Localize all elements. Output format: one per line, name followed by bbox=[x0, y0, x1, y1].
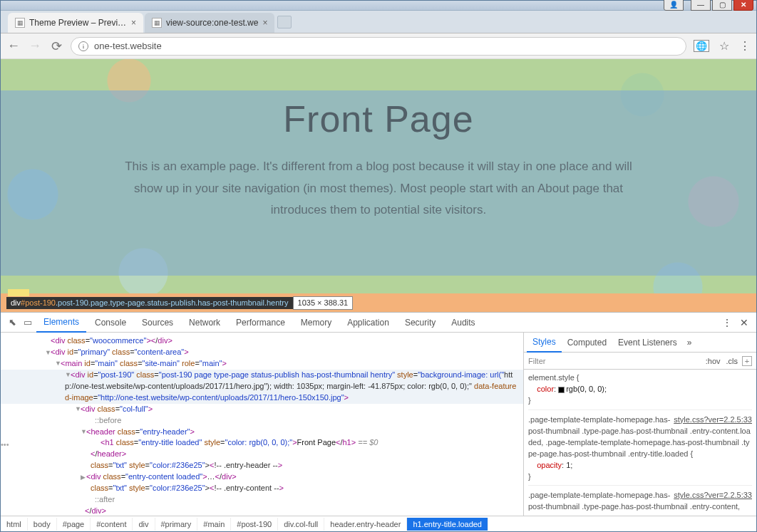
browser-window: 👤 — ▢ ✕ ▦ Theme Preview – Preview × ▦ vi… bbox=[0, 0, 757, 532]
devtools-tab-network[interactable]: Network bbox=[182, 313, 227, 332]
styles-filter-input[interactable]: Filter bbox=[528, 357, 700, 365]
breadcrumb-item[interactable]: #post-190 bbox=[231, 518, 278, 531]
inspect-dimensions: 1035 × 388.31 bbox=[293, 296, 354, 310]
tab-label: view-source:one-test.we bbox=[166, 18, 258, 28]
breadcrumb-item[interactable]: #primary bbox=[155, 518, 198, 531]
breadcrumb-item[interactable]: header.entry-header bbox=[324, 518, 407, 531]
tab-close-icon[interactable]: × bbox=[131, 18, 136, 28]
devtools-tab-console[interactable]: Console bbox=[88, 313, 133, 332]
minimize-button[interactable]: — bbox=[691, 0, 711, 11]
breadcrumb-trail[interactable]: htmlbody#page#contentdiv#primary#main#po… bbox=[1, 516, 756, 531]
styles-tab-listeners[interactable]: Event Listeners bbox=[612, 333, 683, 352]
page-intro-paragraph: This is an example page. It's different … bbox=[111, 156, 646, 221]
reload-button[interactable]: ⟳ bbox=[49, 39, 63, 53]
stylesheet-link[interactable]: style.css?ver=2.2.5:33 bbox=[674, 414, 752, 426]
inspect-element-icon[interactable]: ⬉ bbox=[5, 317, 19, 328]
kebab-menu-icon[interactable]: ⋮ bbox=[739, 39, 751, 53]
maximize-button[interactable]: ▢ bbox=[712, 0, 732, 11]
breadcrumb-item[interactable]: div bbox=[133, 518, 155, 531]
breadcrumb-item[interactable]: h1.entry-title.loaded bbox=[407, 518, 488, 531]
devtools-tab-security[interactable]: Security bbox=[398, 313, 443, 332]
new-style-rule-button[interactable]: + bbox=[742, 356, 752, 366]
styles-filter-row: Filter :hov .cls + bbox=[524, 353, 756, 370]
hov-toggle[interactable]: :hov bbox=[706, 357, 721, 365]
tab-close-icon[interactable]: × bbox=[262, 18, 267, 28]
site-info-icon[interactable]: i bbox=[78, 41, 88, 51]
styles-tab-bar: Styles Computed Event Listeners » bbox=[524, 333, 756, 353]
styles-tab-computed[interactable]: Computed bbox=[562, 333, 612, 352]
tab-strip: ▦ Theme Preview – Preview × ▦ view-sourc… bbox=[1, 11, 756, 33]
devtools-close-icon[interactable]: ✕ bbox=[736, 317, 752, 328]
color-swatch-icon[interactable] bbox=[558, 387, 565, 393]
breadcrumb-item[interactable]: #page bbox=[57, 518, 91, 531]
devtools-tab-sources[interactable]: Sources bbox=[135, 313, 180, 332]
bookmark-star-icon[interactable]: ☆ bbox=[719, 39, 729, 53]
devtools-tab-audits[interactable]: Audits bbox=[444, 313, 482, 332]
new-tab-button[interactable] bbox=[277, 16, 292, 28]
omnibox[interactable]: i one-test.website bbox=[71, 37, 686, 56]
favicon-icon: ▦ bbox=[15, 18, 25, 28]
breadcrumb-item[interactable]: html bbox=[1, 518, 28, 531]
translate-icon[interactable]: 🌐 bbox=[694, 40, 709, 52]
devtools-panel: ⬉ ▭ Elements Console Sources Network Per… bbox=[1, 312, 756, 531]
tab-label: Theme Preview – Preview bbox=[29, 18, 127, 28]
favicon-icon: ▦ bbox=[152, 18, 162, 28]
user-switch-button[interactable]: 👤 bbox=[664, 0, 684, 11]
address-bar: ← → ⟳ i one-test.website 🌐 ☆ ⋮ bbox=[1, 33, 756, 59]
styles-tab-more-icon[interactable]: » bbox=[683, 338, 696, 348]
page-title: Front Page bbox=[1, 98, 756, 140]
devtools-tab-bar: ⬉ ▭ Elements Console Sources Network Per… bbox=[1, 313, 756, 333]
devtools-tab-memory[interactable]: Memory bbox=[294, 313, 339, 332]
devtools-tab-application[interactable]: Application bbox=[340, 313, 396, 332]
inspect-tooltip: div#post-190.post-190.page.type-page.sta… bbox=[6, 296, 353, 310]
breadcrumb-item[interactable]: body bbox=[28, 518, 57, 531]
styles-sidebar: Styles Computed Event Listeners » Filter… bbox=[524, 333, 756, 516]
breadcrumb-item[interactable]: #content bbox=[91, 518, 133, 531]
forward-button[interactable]: → bbox=[28, 39, 42, 53]
cls-toggle[interactable]: .cls bbox=[726, 357, 738, 365]
device-toolbar-icon[interactable]: ▭ bbox=[21, 317, 35, 328]
elements-dom-tree[interactable]: •••<div class="woocommerce"></div>▼<div … bbox=[1, 333, 524, 516]
close-button[interactable]: ✕ bbox=[733, 0, 753, 11]
omnibox-url: one-test.website bbox=[94, 41, 162, 51]
page-viewport: Front Page This is an example page. It's… bbox=[1, 59, 756, 312]
browser-tab-2[interactable]: ▦ view-source:one-test.we × bbox=[145, 13, 274, 33]
stylesheet-link[interactable]: style.css?ver=2.2.5:33 bbox=[674, 490, 752, 501]
window-title-bar: 👤 — ▢ ✕ bbox=[1, 1, 756, 11]
inspect-padding-overlay bbox=[8, 289, 29, 296]
styles-tab-styles[interactable]: Styles bbox=[527, 333, 562, 353]
styles-rules-list[interactable]: element.style { color: rgb(0, 0, 0); } s… bbox=[524, 370, 756, 516]
devtools-menu-icon[interactable]: ⋮ bbox=[719, 317, 735, 328]
devtools-tab-elements[interactable]: Elements bbox=[36, 313, 86, 333]
breadcrumb-item[interactable]: #main bbox=[197, 518, 231, 531]
breadcrumb-item[interactable]: div.col-full bbox=[278, 518, 324, 531]
devtools-tab-performance[interactable]: Performance bbox=[229, 313, 292, 332]
back-button[interactable]: ← bbox=[6, 39, 21, 53]
browser-tab-1[interactable]: ▦ Theme Preview – Preview × bbox=[8, 13, 143, 33]
